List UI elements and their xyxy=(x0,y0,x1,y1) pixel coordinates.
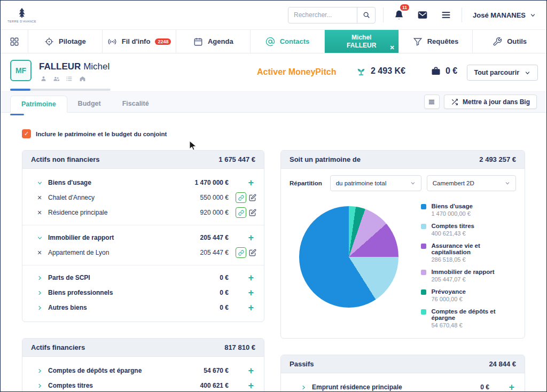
link-icon[interactable] xyxy=(236,247,246,258)
add-asset-button[interactable]: + xyxy=(248,233,254,242)
card-title: Actifs financiers xyxy=(31,343,85,351)
notifications-badge: 11 xyxy=(400,4,409,11)
nav-tab-dashboard[interactable] xyxy=(1,30,28,53)
chevron-down-icon[interactable] xyxy=(35,180,44,186)
card-total: 1 675 447 € xyxy=(218,155,255,163)
edit-icon[interactable] xyxy=(249,194,256,201)
asset-category-row: Comptes titres 400 621 € + xyxy=(22,378,264,392)
group-icon[interactable] xyxy=(53,75,60,82)
fil-info-badge: 2248 xyxy=(155,38,171,45)
main-nav: Pilotage Fil d'info 2248 Agenda Contacts… xyxy=(1,30,546,53)
search-box xyxy=(288,7,376,23)
divider xyxy=(22,265,264,265)
chevron-right-icon[interactable] xyxy=(35,368,44,374)
add-asset-button[interactable]: + xyxy=(248,303,254,312)
delete-icon[interactable]: × xyxy=(35,209,44,216)
legend-swatch xyxy=(421,289,426,295)
browse-all-button[interactable]: Tout parcourir xyxy=(467,65,538,81)
nav-tab-pilotage[interactable]: Pilotage xyxy=(28,30,103,53)
chevron-down-icon xyxy=(410,181,416,186)
chart-legend: Biens d'usage1 470 000,00 € Comptes titr… xyxy=(421,203,519,328)
grid-icon xyxy=(10,37,19,46)
close-client-tab-icon[interactable]: ✕ xyxy=(389,44,394,52)
card-actifs-non-financiers: Actifs non financiers 1 675 447 € Biens … xyxy=(22,150,264,322)
card-passifs: Passifs 24 844 € Emprunt résidence princ… xyxy=(280,355,525,392)
link-icon[interactable] xyxy=(236,207,246,218)
add-liability-button[interactable]: + xyxy=(509,382,514,392)
chevron-right-icon[interactable] xyxy=(35,290,44,296)
person-icon[interactable] xyxy=(40,75,47,82)
card-total: 24 844 € xyxy=(489,360,516,368)
chevron-right-icon[interactable] xyxy=(35,275,44,281)
add-asset-button[interactable]: + xyxy=(248,381,254,390)
list-icon[interactable] xyxy=(66,75,73,82)
user-menu[interactable]: José MANANES xyxy=(470,11,539,19)
app-window: TERRE D'AVANCE 11 José MANANES xyxy=(0,0,547,392)
nav-tab-client-michel-falleur[interactable]: Michel FALLEUR ✕ xyxy=(325,30,399,53)
progress-fill xyxy=(10,89,30,91)
search-icon xyxy=(363,11,370,19)
card-patrimoine-total: Soit un patrimoine de 2 493 257 € Répart… xyxy=(280,150,525,339)
brand-name: TERRE D'AVANCE xyxy=(7,20,36,23)
add-asset-button[interactable]: + xyxy=(248,273,254,283)
legend-item: Comptes titres400 621,43 € xyxy=(421,223,519,237)
asset-category-row: Biens professionnels 0 € + xyxy=(22,285,264,300)
delete-icon[interactable]: × xyxy=(35,249,44,256)
include-conjoint-checkbox[interactable]: ✓ Inclure le patrimoine et le budget du … xyxy=(22,129,167,138)
nav-tab-outils[interactable]: Outils xyxy=(473,30,546,53)
brand-logo: TERRE D'AVANCE xyxy=(7,7,37,23)
legend-item: Biens d'usage1 470 000,00 € xyxy=(421,203,519,217)
asset-category-row: Immobilier de rapport 205 447 € + xyxy=(22,230,264,245)
tab-fiscalite[interactable]: Fiscalité xyxy=(112,95,160,112)
legend-item: Comptes de dépôts et épargne54 670,48 € xyxy=(421,308,519,328)
tab-budget[interactable]: Budget xyxy=(67,95,112,112)
search-button[interactable] xyxy=(357,7,375,23)
client-header: MF FALLEUR Michel Activer MoneyPitch 2 4… xyxy=(1,53,546,92)
divider xyxy=(22,225,264,225)
repartition-select[interactable]: du patrimoine total xyxy=(330,175,421,191)
card-title: Soit un patrimoine de xyxy=(290,155,361,163)
legend-item: Prévoyance76 000,00 € xyxy=(421,288,519,302)
client-avatar: MF xyxy=(10,60,32,81)
tools-icon xyxy=(493,37,502,46)
add-asset-button[interactable]: + xyxy=(248,366,254,375)
search-input[interactable] xyxy=(288,11,357,19)
list-view-button[interactable] xyxy=(424,95,440,109)
edit-icon[interactable] xyxy=(249,209,256,216)
legend-swatch xyxy=(421,224,426,229)
add-asset-button[interactable]: + xyxy=(248,288,254,297)
activate-moneypitch-link[interactable]: Activer MoneyPitch xyxy=(257,67,336,77)
asset-item-row: × Appartement de Lyon 205 447 € xyxy=(22,245,264,260)
home-icon[interactable] xyxy=(79,75,87,82)
nav-tab-requetes[interactable]: Requêtes xyxy=(399,30,473,53)
tree-logo-icon xyxy=(16,7,28,19)
tab-patrimoine[interactable]: Patrimoine xyxy=(10,96,67,113)
chevron-right-icon[interactable] xyxy=(35,305,44,311)
briefcase-icon xyxy=(431,66,441,76)
delete-icon[interactable]: × xyxy=(35,194,44,201)
antenna-icon xyxy=(107,37,117,46)
messages-button[interactable] xyxy=(415,7,431,23)
link-icon[interactable] xyxy=(236,192,246,203)
menu-button[interactable] xyxy=(438,7,454,23)
shuffle-icon xyxy=(451,98,458,106)
at-sign-icon xyxy=(265,37,275,46)
nav-tab-fil-info[interactable]: Fil d'info 2248 xyxy=(103,30,177,53)
add-asset-button[interactable]: + xyxy=(248,178,254,187)
edit-icon[interactable] xyxy=(249,249,256,256)
chevron-down-icon xyxy=(525,70,530,76)
nav-tab-contacts[interactable]: Contacts xyxy=(251,30,325,53)
chevron-down-icon xyxy=(530,12,536,18)
nav-tab-agenda[interactable]: Agenda xyxy=(176,30,251,53)
chevron-down-icon[interactable] xyxy=(35,235,44,241)
chart-type-select[interactable]: Camembert 2D xyxy=(427,175,516,191)
chevron-right-icon[interactable] xyxy=(299,385,308,390)
update-in-big-button[interactable]: Mettre à jour dans Big xyxy=(444,95,537,109)
envelope-icon xyxy=(417,10,428,20)
chevron-right-icon[interactable] xyxy=(35,383,44,389)
card-title: Passifs xyxy=(290,360,314,368)
notifications-button[interactable]: 11 xyxy=(391,7,407,23)
bell-icon xyxy=(394,10,404,20)
asset-category-row: Biens d'usage 1 470 000 € + xyxy=(22,175,264,190)
hamburger-icon xyxy=(428,98,435,106)
